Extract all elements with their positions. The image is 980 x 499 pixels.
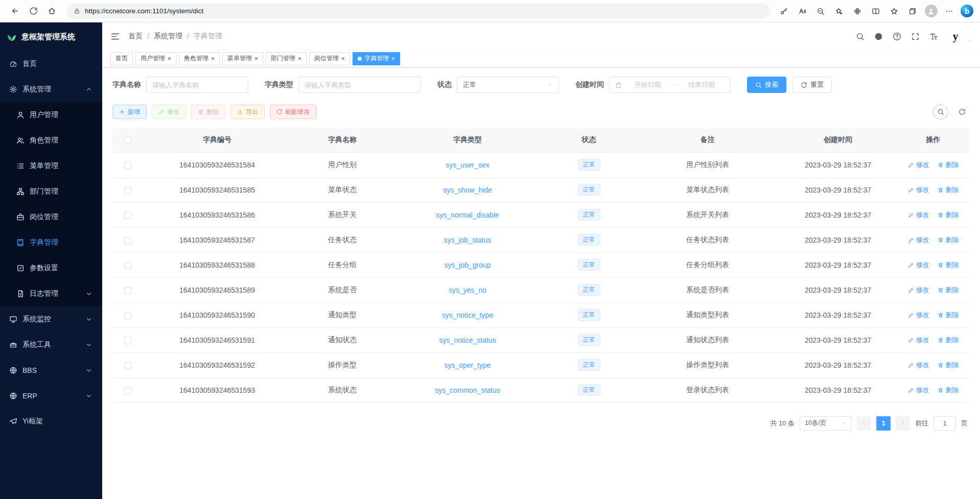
- row-edit-link[interactable]: 修改: [908, 286, 929, 295]
- add-button[interactable]: 新增: [112, 105, 147, 119]
- sidebar-item-user[interactable]: 用户管理: [0, 102, 102, 128]
- row-checkbox[interactable]: [124, 287, 131, 294]
- edit-button[interactable]: 修改: [152, 105, 186, 119]
- reset-button[interactable]: 重置: [792, 77, 832, 93]
- sidebar-item-dict[interactable]: 字典管理: [0, 230, 102, 255]
- row-edit-link[interactable]: 修改: [908, 386, 929, 395]
- password-key-icon[interactable]: [776, 4, 791, 19]
- address-bar[interactable]: https://ccnetcore.com:1101/system/dict: [66, 4, 770, 19]
- more-menu-icon[interactable]: [942, 4, 957, 19]
- row-checkbox[interactable]: [124, 312, 131, 319]
- user-avatar[interactable]: y: [948, 29, 963, 44]
- page-size-select[interactable]: 10条/页: [800, 416, 852, 431]
- tab-post[interactable]: 岗位管理×: [309, 52, 350, 65]
- row-edit-link[interactable]: 修改: [908, 311, 929, 320]
- row-checkbox[interactable]: [124, 212, 131, 219]
- refresh-table-button[interactable]: [954, 104, 970, 120]
- close-icon[interactable]: ×: [391, 56, 395, 62]
- tab-dept[interactable]: 部门管理×: [266, 52, 307, 65]
- read-aloud-icon[interactable]: [795, 4, 810, 19]
- row-delete-link[interactable]: 删除: [938, 160, 959, 170]
- collections-icon[interactable]: [905, 4, 920, 19]
- row-checkbox[interactable]: [124, 237, 131, 244]
- row-edit-link[interactable]: 修改: [908, 235, 929, 245]
- favorites-icon[interactable]: [886, 4, 902, 19]
- dict-type-link[interactable]: sys_yes_no: [449, 286, 486, 294]
- row-checkbox[interactable]: [124, 387, 131, 394]
- sidebar-item-role[interactable]: 角色管理: [0, 128, 102, 153]
- github-icon[interactable]: [874, 32, 883, 41]
- dict-type-link[interactable]: sys_normal_disable: [436, 211, 499, 219]
- row-edit-link[interactable]: 修改: [908, 336, 929, 345]
- reload-icon[interactable]: [25, 3, 42, 20]
- search-button[interactable]: 搜索: [747, 77, 786, 93]
- row-edit-link[interactable]: 修改: [908, 361, 929, 370]
- row-checkbox[interactable]: [124, 262, 131, 269]
- profile-avatar[interactable]: [923, 4, 939, 19]
- row-delete-link[interactable]: 删除: [938, 336, 959, 345]
- dict-type-input[interactable]: [305, 81, 415, 89]
- row-checkbox[interactable]: [124, 362, 131, 369]
- sidebar-item-bbs[interactable]: BBS: [0, 358, 102, 383]
- row-delete-link[interactable]: 删除: [938, 260, 959, 270]
- row-edit-link[interactable]: 修改: [908, 185, 929, 195]
- row-delete-link[interactable]: 删除: [938, 235, 959, 245]
- row-edit-link[interactable]: 修改: [908, 160, 929, 170]
- close-icon[interactable]: ×: [298, 56, 301, 62]
- sidebar-item-tools[interactable]: 系统工具: [0, 332, 102, 358]
- font-size-icon[interactable]: [929, 32, 938, 41]
- dict-type-link[interactable]: sys_common_status: [435, 386, 500, 394]
- breadcrumb-home[interactable]: 首页: [128, 32, 143, 41]
- dict-type-link[interactable]: sys_job_group: [444, 261, 491, 269]
- dict-type-link[interactable]: sys_oper_type: [444, 361, 491, 369]
- prev-page-button[interactable]: [857, 416, 871, 431]
- goto-page-input[interactable]: [934, 416, 956, 431]
- row-delete-link[interactable]: 删除: [938, 386, 959, 395]
- close-icon[interactable]: ×: [254, 56, 258, 62]
- help-icon[interactable]: [893, 32, 901, 41]
- copilot-bing-icon[interactable]: b: [960, 4, 974, 18]
- row-edit-link[interactable]: 修改: [908, 210, 929, 220]
- select-all-checkbox[interactable]: [124, 137, 131, 144]
- tab-menu[interactable]: 菜单管理×: [222, 52, 263, 65]
- close-icon[interactable]: ×: [211, 56, 215, 62]
- row-checkbox[interactable]: [124, 187, 131, 194]
- row-edit-link[interactable]: 修改: [908, 260, 929, 270]
- tab-user[interactable]: 用户管理×: [135, 52, 176, 65]
- home-icon[interactable]: [43, 3, 60, 20]
- sidebar-item-erp[interactable]: ERP: [0, 383, 102, 409]
- add-favorite-icon[interactable]: [831, 4, 847, 19]
- next-page-button[interactable]: [896, 416, 910, 431]
- dict-type-link[interactable]: sys_notice_status: [439, 336, 496, 344]
- close-icon[interactable]: ×: [168, 56, 171, 62]
- dict-type-link[interactable]: sys_user_sex: [446, 161, 489, 169]
- fullscreen-icon[interactable]: [911, 32, 920, 41]
- row-delete-link[interactable]: 删除: [938, 185, 959, 195]
- dict-type-link[interactable]: sys_job_status: [444, 236, 492, 244]
- page-number-current[interactable]: 1: [876, 416, 891, 431]
- sidebar-item-dept[interactable]: 部门管理: [0, 179, 102, 204]
- sidebar-item-system[interactable]: 系统管理: [0, 77, 102, 102]
- tab-dict-active[interactable]: 字典管理×: [353, 52, 400, 65]
- row-delete-link[interactable]: 删除: [938, 286, 959, 295]
- split-screen-icon[interactable]: [868, 4, 883, 19]
- sidebar-item-post[interactable]: 岗位管理: [0, 204, 102, 230]
- delete-button[interactable]: 删除: [191, 105, 225, 119]
- extensions-icon[interactable]: [850, 4, 865, 19]
- dict-type-link[interactable]: sys_show_hide: [443, 186, 492, 194]
- dict-type-link[interactable]: sys_notice_type: [442, 311, 493, 319]
- sidebar-item-menu[interactable]: 菜单管理: [0, 153, 102, 179]
- row-delete-link[interactable]: 删除: [938, 361, 959, 370]
- sidebar-item-home[interactable]: 首页: [0, 51, 102, 77]
- dict-name-input[interactable]: [152, 81, 242, 89]
- refresh-cache-button[interactable]: 刷新缓存: [270, 105, 316, 119]
- date-range-picker[interactable]: 开始日期 - 结束日期: [609, 77, 731, 93]
- export-button[interactable]: 导出: [230, 105, 265, 119]
- sidebar-toggle-icon[interactable]: [110, 32, 120, 41]
- sidebar-item-monitor[interactable]: 系统监控: [0, 306, 102, 332]
- header-search-icon[interactable]: [856, 32, 865, 41]
- tab-home[interactable]: 首页: [110, 52, 133, 65]
- row-checkbox[interactable]: [124, 337, 131, 344]
- sidebar-item-param[interactable]: 参数设置: [0, 255, 102, 281]
- breadcrumb-system[interactable]: 系统管理: [154, 32, 182, 41]
